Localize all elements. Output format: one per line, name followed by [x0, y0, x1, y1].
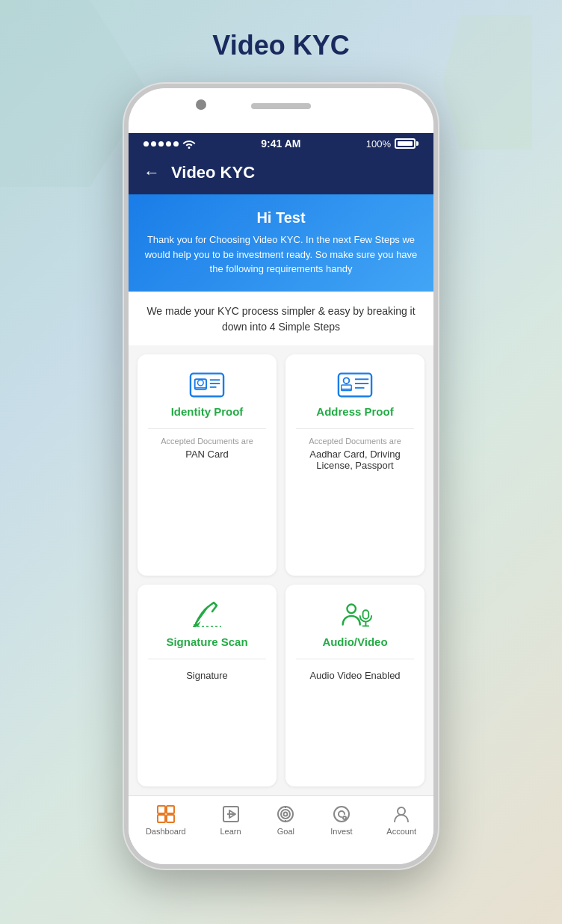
phone-bottom-bar [129, 842, 433, 864]
pen-signature-icon [189, 600, 225, 629]
page-title: Video KYC [212, 30, 349, 61]
card-divider [148, 428, 266, 429]
svg-rect-16 [363, 610, 369, 619]
learn-icon [220, 804, 241, 825]
bottom-nav: Dashboard Learn [129, 795, 433, 842]
signature-scan-card[interactable]: Signature Scan Signature [138, 585, 277, 786]
bg-shape-right [442, 15, 532, 150]
status-right: 100% [366, 138, 419, 150]
status-time: 9:41 AM [261, 138, 300, 150]
identity-proof-card[interactable]: Identity Proof Accepted Documents are PA… [138, 354, 277, 576]
battery-percent: 100% [366, 138, 391, 150]
dashboard-label: Dashboard [146, 827, 186, 836]
front-camera [196, 99, 206, 110]
invest-label: Invest [330, 827, 352, 836]
svg-rect-22 [167, 815, 174, 822]
signal-strength [143, 141, 179, 147]
identity-documents: PAN Card [185, 449, 229, 460]
welcome-greeting: Hi Test [143, 209, 419, 227]
welcome-banner: Hi Test Thank you for Choosing Video KYC… [129, 194, 433, 292]
card-divider [296, 428, 414, 429]
main-content: We made your KYC process simpler & easy … [129, 292, 433, 843]
invest-icon [331, 804, 352, 825]
svg-rect-21 [167, 806, 174, 813]
nav-item-dashboard[interactable]: Dashboard [146, 804, 186, 836]
svg-point-2 [198, 380, 204, 386]
card-divider [296, 659, 414, 659]
wifi-icon [182, 138, 196, 149]
address-accepted-label: Accepted Documents are [309, 437, 401, 446]
nav-item-invest[interactable]: Invest [330, 804, 352, 836]
back-button[interactable]: ← [143, 163, 160, 182]
nav-item-goal[interactable]: Goal [275, 804, 296, 836]
battery-icon [395, 138, 419, 149]
svg-point-8 [344, 378, 350, 384]
svg-point-27 [281, 810, 290, 819]
learn-label: Learn [220, 827, 241, 836]
address-proof-title: Address Proof [316, 405, 393, 418]
account-label: Account [386, 827, 416, 836]
volume-up-button [124, 223, 125, 268]
audio-video-title: Audio/Video [322, 635, 387, 648]
nav-item-account[interactable]: Account [386, 804, 416, 836]
power-button [437, 245, 438, 312]
nav-item-learn[interactable]: Learn [220, 804, 241, 836]
audio-video-card[interactable]: Audio/Video Audio Video Enabled [285, 585, 424, 786]
address-proof-card[interactable]: Address Proof Accepted Documents are Aad… [285, 354, 424, 576]
svg-point-32 [398, 807, 405, 815]
audio-video-icon [337, 600, 373, 629]
goal-label: Goal [277, 827, 294, 836]
phone-screen: 9:41 AM 100% ← Video KYC Hi Test Thank y… [129, 133, 433, 842]
signature-documents: Signature [186, 670, 228, 681]
status-bar: 9:41 AM 100% [129, 133, 433, 154]
audio-documents: Audio Video Enabled [309, 670, 400, 681]
dashboard-icon [155, 804, 176, 825]
address-documents: Aadhar Card, Driving License, Passport [296, 449, 414, 471]
phone-top-bar [129, 88, 433, 133]
kyc-cards-grid: Identity Proof Accepted Documents are PA… [129, 345, 433, 796]
earpiece [251, 103, 311, 109]
status-left [143, 138, 196, 149]
identity-accepted-label: Accepted Documents are [161, 437, 253, 446]
id-card-icon [189, 369, 225, 399]
steps-intro: We made your KYC process simpler & easy … [129, 292, 433, 345]
app-header: ← Video KYC [129, 154, 433, 194]
phone-mockup: 9:41 AM 100% ← Video KYC Hi Test Thank y… [124, 84, 438, 869]
volume-down-button [124, 279, 125, 324]
account-icon [391, 804, 412, 825]
card-divider [148, 659, 266, 659]
svg-rect-19 [158, 815, 165, 822]
svg-point-31 [343, 816, 346, 819]
address-card-icon [337, 369, 373, 399]
welcome-description: Thank you for Choosing Video KYC. In the… [143, 232, 419, 277]
svg-point-28 [284, 813, 288, 816]
identity-proof-title: Identity Proof [171, 405, 244, 418]
svg-point-15 [347, 605, 356, 614]
signature-scan-title: Signature Scan [166, 635, 247, 648]
svg-rect-20 [158, 806, 165, 813]
goal-icon [275, 804, 296, 825]
app-header-title: Video KYC [171, 163, 255, 182]
